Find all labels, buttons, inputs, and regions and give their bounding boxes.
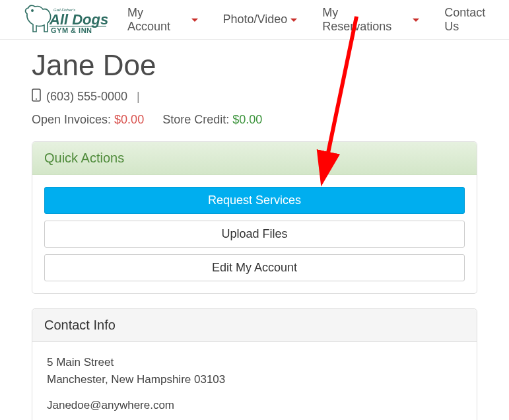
- store-credit-label: Store Credit:: [162, 113, 229, 126]
- address-line-1: 5 Main Street: [47, 356, 114, 368]
- contact-info-panel: Contact Info 5 Main Street Manchester, N…: [32, 308, 477, 420]
- main-container: Jane Doe (603) 555-0000 | Open Invoices:…: [0, 49, 509, 420]
- nav-photo-video[interactable]: Photo/Video: [223, 13, 298, 26]
- nav-contact-us[interactable]: Contact Us: [444, 6, 502, 34]
- caret-down-icon: [191, 18, 198, 22]
- svg-point-6: [36, 98, 37, 100]
- logo[interactable]: Gail Fisher's All Dogs GYM & INN: [23, 3, 108, 37]
- phone-icon: [32, 88, 41, 105]
- svg-text:All Dogs: All Dogs: [49, 11, 108, 28]
- svg-point-0: [32, 9, 33, 11]
- nav-label: Contact Us: [444, 6, 502, 34]
- upload-files-button[interactable]: Upload Files: [44, 221, 465, 248]
- svg-text:GYM & INN: GYM & INN: [51, 26, 92, 34]
- navbar: Gail Fisher's All Dogs GYM & INN My Acco…: [0, 0, 509, 40]
- contact-info-body: 5 Main Street Manchester, New Hampshire …: [32, 342, 477, 420]
- request-services-button[interactable]: Request Services: [44, 187, 465, 214]
- page-title: Jane Doe: [32, 49, 477, 82]
- open-invoices-value: $0.00: [114, 113, 144, 126]
- phone-row: (603) 555-0000 |: [32, 88, 477, 105]
- caret-down-icon: [290, 18, 297, 22]
- quick-actions-header: Quick Actions: [32, 142, 477, 175]
- edit-my-account-button[interactable]: Edit My Account: [44, 254, 465, 281]
- address-line-2: Manchester, New Hampshire 03103: [47, 373, 225, 386]
- nav-label: My Reservations: [322, 6, 409, 34]
- quick-actions-body: Request Services Upload Files Edit My Ac…: [32, 175, 477, 293]
- nav-label: Photo/Video: [223, 13, 288, 26]
- balance-row: Open Invoices: $0.00 Store Credit: $0.00: [32, 113, 477, 127]
- contact-info-header: Contact Info: [32, 309, 477, 342]
- nav-links: My Account Photo/Video My Reservations C…: [127, 6, 502, 34]
- open-invoices-label: Open Invoices:: [32, 113, 111, 126]
- phone-number: (603) 555-0000: [46, 90, 127, 104]
- nav-my-account[interactable]: My Account: [127, 6, 198, 34]
- nav-my-reservations[interactable]: My Reservations: [322, 6, 419, 34]
- divider: |: [137, 90, 140, 104]
- caret-down-icon: [413, 18, 419, 22]
- quick-actions-panel: Quick Actions Request Services Upload Fi…: [32, 141, 477, 294]
- store-credit-value: $0.00: [232, 113, 262, 126]
- contact-email: Janedoe@anywhere.com: [47, 397, 462, 414]
- nav-label: My Account: [127, 6, 188, 34]
